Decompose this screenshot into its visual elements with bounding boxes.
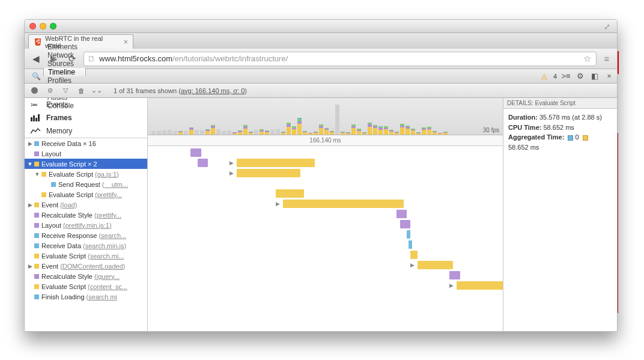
record-row[interactable]: Layout [25, 148, 147, 159]
overview-frame-bar[interactable] [411, 129, 415, 135]
overview-frame-bar[interactable] [265, 130, 269, 135]
flame-chart[interactable]: ▶▶▶▶▶ [148, 146, 503, 331]
bookmark-star-icon[interactable]: ☆ [582, 53, 592, 64]
record-row[interactable]: Finish Loading (search mi [25, 291, 147, 302]
record-row[interactable]: ▶Event (DOMContentLoaded) [25, 261, 147, 271]
overview-frame-bar[interactable] [173, 131, 177, 135]
overview-frame-bar[interactable] [443, 132, 448, 135]
record-row[interactable]: Send Request (__utm... [25, 179, 147, 189]
expand-tri-icon[interactable]: ▶ [449, 282, 454, 288]
expand-tri-icon[interactable]: ▶ [229, 160, 234, 166]
overview-frame-bar[interactable] [427, 127, 431, 135]
overview-frame-bar[interactable] [205, 129, 210, 135]
filter-button[interactable]: ▽ [61, 86, 70, 96]
flame-bar[interactable] [276, 189, 304, 198]
overview-frame-bar[interactable] [422, 127, 426, 135]
record-row[interactable]: Recalculate Style (jquery... [25, 271, 147, 281]
fullscreen-icon[interactable]: ⤢ [604, 22, 612, 31]
overview-frame-bar[interactable] [351, 124, 356, 135]
overview-frame-bar[interactable] [260, 129, 264, 135]
overview-frame-bar[interactable] [270, 130, 275, 135]
overview-frame-bar[interactable] [373, 125, 377, 135]
overview-frame-bar[interactable] [319, 124, 323, 135]
flame-bar[interactable] [237, 159, 315, 167]
devtools-tab-elements[interactable]: Elements [43, 43, 86, 51]
overview-frame-bar[interactable] [416, 132, 421, 135]
records-tree[interactable]: ▶Receive Data × 16Layout▼Evaluate Script… [25, 138, 147, 332]
flame-bar[interactable] [400, 220, 411, 228]
overview-frame-bar[interactable] [389, 130, 393, 135]
status-avg-link[interactable]: avg: 166.140 ms, σ: 0 [181, 87, 245, 94]
overview-frame-bar[interactable] [243, 125, 248, 135]
overview-frame-bar[interactable] [211, 125, 215, 135]
overview-frame-bar[interactable] [395, 132, 399, 135]
record-row[interactable]: ▼Evaluate Script (ga.js:1) [25, 169, 147, 179]
console-toggle-icon[interactable]: >≡ [560, 71, 571, 82]
overview-frame-bar[interactable] [157, 131, 161, 135]
record-row[interactable]: ▼Evaluate Script × 2 [25, 159, 147, 169]
flame-bar[interactable] [237, 169, 300, 177]
overview-frame-bar[interactable] [357, 129, 361, 135]
flame-bar[interactable] [407, 230, 410, 239]
overview-frame-bar[interactable] [162, 130, 166, 135]
overview-frame-bar[interactable] [346, 132, 350, 135]
overview-frame-bar[interactable] [227, 130, 231, 135]
flame-bar[interactable] [418, 261, 453, 269]
overview-frame-bar[interactable] [168, 130, 172, 135]
overview-frame-bar[interactable] [308, 133, 312, 135]
overview-frame-bar[interactable] [232, 132, 237, 135]
record-row[interactable]: Evaluate Script (search.mi... [25, 251, 147, 261]
overview-frame-bar[interactable] [178, 131, 183, 135]
overview-frame-bar[interactable] [303, 131, 307, 135]
garbage-collect-button[interactable]: 🗑 [76, 86, 86, 96]
record-row[interactable]: ▶Receive Data × 16 [25, 138, 147, 148]
overview-frame-bar[interactable] [335, 105, 339, 135]
close-devtools-icon[interactable]: × [604, 71, 615, 82]
dock-side-icon[interactable]: ◧ [589, 71, 600, 82]
record-row[interactable]: Layout (prettify.min.js:1) [25, 220, 147, 230]
overview-frame-bar[interactable] [195, 130, 199, 135]
expand-tri-icon[interactable]: ▶ [410, 262, 415, 268]
overview-frame-bar[interactable] [438, 133, 442, 135]
flame-bar[interactable] [449, 271, 460, 279]
record-row[interactable]: ▶Event (load) [25, 200, 147, 210]
overview-bars[interactable]: 30 fps [148, 98, 503, 135]
devtools-tab-timeline[interactable]: Timeline [43, 68, 86, 76]
overview-frame-bar[interactable] [276, 129, 280, 135]
url-field[interactable]: 🗋 www.html5rocks.com/en/tutorials/webrtc… [84, 52, 597, 66]
flame-bar[interactable] [190, 148, 201, 157]
overview-frame-bar[interactable] [378, 126, 383, 135]
flame-bar[interactable] [283, 200, 404, 208]
flame-bar[interactable] [198, 159, 208, 167]
overview-frame-bar[interactable] [368, 123, 372, 135]
overview-frame-bar[interactable] [189, 127, 193, 135]
record-button[interactable] [29, 86, 39, 96]
overview-frame-bar[interactable] [330, 131, 334, 135]
record-row[interactable]: Receive Response (search... [25, 230, 147, 240]
flame-bar[interactable] [409, 240, 412, 249]
overview-frame-bar[interactable] [362, 132, 366, 135]
overview-frame-bar[interactable] [287, 123, 291, 135]
devtools-tab-console[interactable]: Console [43, 102, 86, 110]
view-memory[interactable]: Memory [25, 124, 147, 138]
overview-frame-bar[interactable] [222, 131, 226, 135]
zoom-window-button[interactable] [50, 23, 56, 29]
expand-tri-icon[interactable]: ▶ [229, 170, 234, 176]
overview-frame-bar[interactable] [324, 128, 329, 135]
overview-frame-bar[interactable] [254, 130, 258, 135]
settings-gear-icon[interactable]: ⚙ [575, 71, 586, 82]
overview-frame-bar[interactable] [184, 131, 188, 135]
overview-frame-bar[interactable] [249, 132, 253, 135]
clear-button[interactable]: ⊘ [45, 86, 55, 96]
overview-frame-bar[interactable] [297, 118, 302, 135]
overview-frame-bar[interactable] [200, 130, 204, 135]
flame-bar[interactable] [410, 251, 418, 259]
overview-frame-bar[interactable] [341, 132, 345, 135]
close-window-button[interactable] [29, 23, 36, 29]
devtools-tab-sources[interactable]: Sources [43, 59, 86, 68]
flame-view-toggle[interactable]: ⌄⌄ [92, 86, 102, 96]
flame-bar[interactable] [457, 281, 503, 290]
warning-icon[interactable]: ◬ [539, 71, 550, 82]
overview-frame-bar[interactable] [238, 130, 242, 135]
overview-frame-bar[interactable] [400, 124, 404, 135]
